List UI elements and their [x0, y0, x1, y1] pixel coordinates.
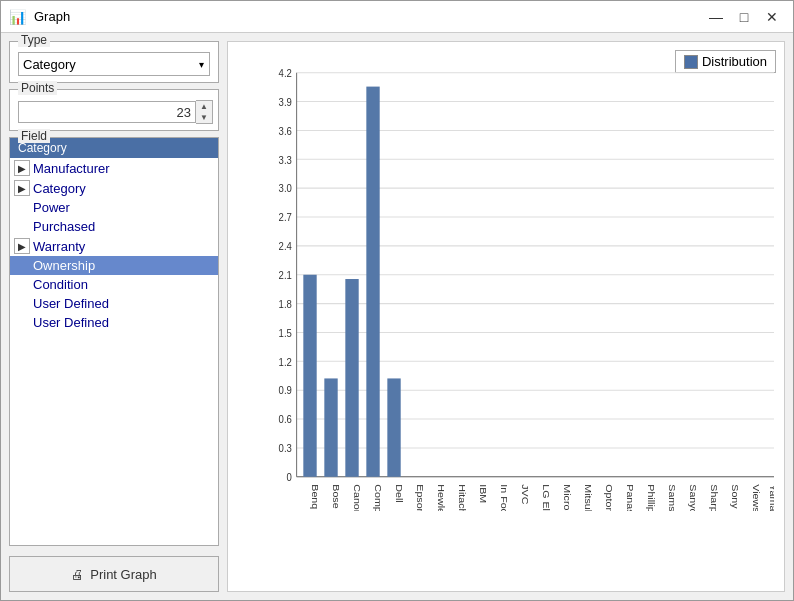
svg-text:IBM: IBM: [478, 484, 488, 503]
points-input-wrapper: ▲ ▼: [18, 100, 210, 124]
close-button[interactable]: ✕: [759, 6, 785, 28]
title-bar: 📊 Graph — □ ✕: [1, 1, 793, 33]
expand-icon[interactable]: ▶: [14, 238, 30, 254]
printer-icon: 🖨: [71, 567, 84, 582]
list-item[interactable]: Power: [10, 198, 218, 217]
svg-text:JVC: JVC: [520, 484, 530, 504]
field-item-label: Warranty: [33, 239, 85, 254]
bar-benq: [303, 275, 316, 477]
list-item[interactable]: ▶ Warranty: [10, 236, 218, 256]
field-item-label: User Defined: [33, 296, 109, 311]
svg-text:Sony: Sony: [730, 484, 740, 509]
graph-window: 📊 Graph — □ ✕ Type Category Bar Line Pie: [0, 0, 794, 601]
type-label: Type: [18, 33, 50, 47]
svg-text:Compaq: Compaq: [373, 484, 383, 511]
svg-text:Epson: Epson: [415, 484, 425, 511]
svg-text:4.2: 4.2: [279, 67, 293, 79]
main-content: Type Category Bar Line Pie Points ▲: [1, 33, 793, 600]
type-select[interactable]: Category Bar Line Pie: [18, 52, 210, 76]
window-title: Graph: [34, 9, 695, 24]
list-item[interactable]: ▶ Manufacturer: [10, 158, 218, 178]
type-select-wrapper: Category Bar Line Pie: [18, 52, 210, 76]
maximize-button[interactable]: □: [731, 6, 757, 28]
list-item[interactable]: User Defined: [10, 294, 218, 313]
svg-text:Sharp: Sharp: [709, 484, 719, 511]
svg-text:Viewsonic: Viewsonic: [751, 484, 761, 511]
svg-text:Panasonic: Panasonic: [625, 484, 635, 511]
field-item-label: Manufacturer: [33, 161, 110, 176]
svg-text:Hitachi: Hitachi: [457, 484, 467, 511]
field-item-label: Category: [33, 181, 86, 196]
svg-text:Dell: Dell: [394, 484, 404, 502]
svg-text:In Focus: In Focus: [499, 484, 509, 511]
svg-text:2.4: 2.4: [279, 241, 293, 253]
points-label: Points: [18, 81, 57, 95]
svg-text:Phillips: Phillips: [646, 484, 656, 511]
svg-text:Bose: Bose: [331, 484, 341, 509]
svg-text:1.2: 1.2: [279, 356, 293, 368]
svg-text:Optoma: Optoma: [604, 484, 614, 511]
svg-text:Sanyo: Sanyo: [688, 484, 698, 511]
bar-bose: [324, 378, 337, 476]
list-item[interactable]: ▶ Category: [10, 178, 218, 198]
svg-text:0.3: 0.3: [279, 443, 293, 455]
bar-canon: [345, 279, 358, 477]
expand-icon[interactable]: ▶: [14, 160, 30, 176]
svg-text:0.6: 0.6: [279, 414, 293, 426]
field-item-label: Power: [33, 200, 70, 215]
window-controls: — □ ✕: [703, 6, 785, 28]
svg-text:LG Electronics: LG Electronics: [541, 484, 551, 511]
chart-inner: 4.2 3.9 3.6 3.3 3.0 2.7 2.4 2.1: [228, 42, 784, 591]
field-item-label: Ownership: [33, 258, 95, 273]
bar-compaq: [366, 87, 379, 477]
window-icon: 📊: [9, 9, 26, 25]
svg-text:3.3: 3.3: [279, 154, 293, 166]
bar-dell: [387, 378, 400, 476]
spin-down-button[interactable]: ▼: [196, 112, 212, 123]
svg-text:Mitsubishi: Mitsubishi: [583, 484, 593, 511]
field-item-label: Condition: [33, 277, 88, 292]
svg-text:0: 0: [287, 472, 293, 484]
svg-text:1.5: 1.5: [279, 327, 293, 339]
print-graph-label: Print Graph: [90, 567, 156, 582]
expand-icon[interactable]: ▶: [14, 180, 30, 196]
list-item[interactable]: Ownership: [10, 256, 218, 275]
svg-text:Yamaha: Yamaha: [768, 484, 774, 511]
svg-text:3.6: 3.6: [279, 125, 293, 137]
list-item[interactable]: Purchased: [10, 217, 218, 236]
field-item-label: Purchased: [33, 219, 95, 234]
svg-text:0.9: 0.9: [279, 385, 293, 397]
svg-text:Hewlett-Packard: Hewlett-Packard: [436, 484, 446, 511]
svg-text:2.7: 2.7: [279, 212, 293, 224]
list-item[interactable]: User Defined: [10, 313, 218, 332]
print-graph-button[interactable]: 🖨 Print Graph: [9, 556, 219, 592]
svg-text:1.8: 1.8: [279, 298, 293, 310]
field-label: Field: [18, 129, 50, 143]
minimize-button[interactable]: —: [703, 6, 729, 28]
svg-text:Canon: Canon: [352, 484, 362, 511]
svg-text:Microsoft: Microsoft: [562, 484, 572, 511]
svg-text:2.1: 2.1: [279, 270, 293, 282]
field-group: Field Category ▶ Manufacturer ▶ Category: [9, 137, 219, 546]
list-item[interactable]: Condition: [10, 275, 218, 294]
svg-text:Samsung: Samsung: [667, 484, 677, 511]
svg-text:Benq: Benq: [310, 484, 320, 509]
spin-up-button[interactable]: ▲: [196, 101, 212, 112]
left-panel: Type Category Bar Line Pie Points ▲: [9, 41, 219, 592]
chart-svg: 4.2 3.9 3.6 3.3 3.0 2.7 2.4 2.1: [268, 62, 774, 511]
svg-text:3.0: 3.0: [279, 183, 293, 195]
chart-area: Distribution 4.2 3.9 3.6 3.3 3.0: [227, 41, 785, 592]
field-list: ▶ Manufacturer ▶ Category Power: [10, 158, 218, 545]
svg-text:3.9: 3.9: [279, 96, 293, 108]
points-group: Points ▲ ▼: [9, 89, 219, 131]
type-group: Type Category Bar Line Pie: [9, 41, 219, 83]
points-input[interactable]: [18, 101, 196, 123]
spin-buttons: ▲ ▼: [196, 100, 213, 124]
field-item-label: User Defined: [33, 315, 109, 330]
